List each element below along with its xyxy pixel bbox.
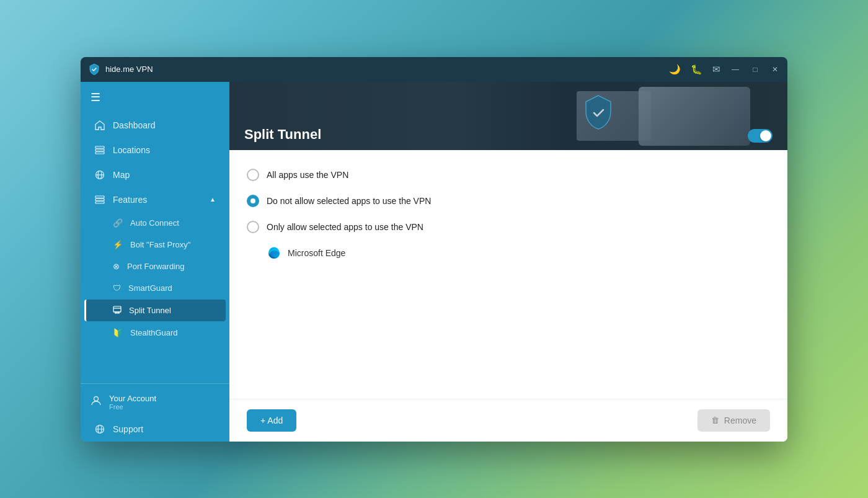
add-button[interactable]: + Add [247,409,296,432]
main-body: All apps use the VPN Do not allow select… [229,150,787,399]
radio-do-not-allow-label: Do not allow selected apps to use the VP… [267,196,431,206]
sidebar-dashboard-label: Dashboard [113,120,156,130]
sidebar-item-support[interactable]: Support [84,417,226,441]
sidebar-bottom: Your Account Free Support [81,383,229,442]
bolt-icon: ⚡ [113,240,123,249]
app-list: Microsoft Edge [267,242,770,264]
page-title: Split Tunnel [244,127,321,143]
sidebar-item-split-tunnel[interactable]: Split Tunnel [84,300,226,321]
radio-only-allow[interactable]: Only allow selected apps to use the VPN [247,217,770,237]
split-tunnel-icon [113,305,122,316]
toggle-knob [760,130,771,141]
night-mode-icon[interactable]: 🌙 [669,64,681,75]
remove-button[interactable]: 🗑 Remove [698,409,770,432]
main-header: Split Tunnel [229,82,787,150]
main-content: Split Tunnel All apps use the VPN Do not… [229,82,787,442]
home-icon [94,120,105,131]
sidebar: ☰ Dashboard Loc [81,82,229,442]
sidebar-map-label: Map [113,170,130,180]
radio-only-allow-label: Only allow selected apps to use the VPN [267,222,423,232]
list-item: Microsoft Edge [267,242,770,264]
radio-all-apps-circle [247,169,259,181]
app-title: hide.me VPN [105,64,153,74]
app-item-name: Microsoft Edge [288,248,345,258]
svg-rect-9 [113,306,121,312]
header-device-1 [639,87,750,146]
locations-icon [94,145,105,156]
account-text: Your Account Free [109,394,156,411]
sidebar-item-port-forwarding[interactable]: ⊗ Port Forwarding [84,256,226,277]
bolt-proxy-label: Bolt "Fast Proxy" [130,240,190,249]
header-shield [583,94,614,134]
svg-rect-1 [95,149,104,151]
account-plan: Free [109,403,156,411]
sidebar-item-map[interactable]: Map [84,163,226,187]
svg-rect-2 [95,152,104,154]
sidebar-item-locations[interactable]: Locations [84,138,226,162]
sidebar-features-header[interactable]: Features ▲ [84,188,226,211]
app-logo-icon [88,63,100,76]
close-button[interactable]: ✕ [770,65,780,74]
bug-report-icon[interactable]: 🐛 [691,64,702,75]
main-footer: + Add 🗑 Remove [229,399,787,442]
sidebar-item-dashboard[interactable]: Dashboard [84,113,226,137]
mail-icon[interactable]: ✉ [712,64,720,75]
feature-toggle[interactable] [748,129,773,143]
link-icon: 🔗 [113,218,123,228]
features-label: Features [113,195,147,205]
port-icon: ⊗ [113,262,120,271]
map-globe-icon [94,169,105,180]
app-window: hide.me VPN 🌙 🐛 ✉ — □ ✕ ☰ Dashboard [81,57,787,442]
support-icon [94,424,105,435]
smartguard-label: SmartGuard [128,283,172,293]
chevron-up-icon: ▲ [210,196,216,203]
app-body: ☰ Dashboard Loc [81,82,787,442]
smartguard-icon: 🛡 [113,283,121,293]
svg-rect-8 [95,202,104,203]
radio-all-apps-label: All apps use the VPN [267,170,348,180]
svg-rect-7 [95,198,104,200]
title-bar-controls: 🌙 🐛 ✉ — □ ✕ [669,64,780,75]
title-bar-logo: hide.me VPN [88,63,669,76]
account-name: Your Account [109,394,156,403]
svg-point-15 [94,397,99,401]
radio-all-apps[interactable]: All apps use the VPN [247,165,770,185]
sidebar-item-stealthguard[interactable]: 🔰 StealthGuard [84,322,226,343]
hamburger-menu[interactable]: ☰ [81,82,229,113]
sidebar-item-smartguard[interactable]: 🛡 SmartGuard [84,278,226,298]
features-header-left: Features [94,194,147,205]
svg-rect-0 [95,146,104,148]
support-label: Support [113,424,143,434]
sidebar-item-account[interactable]: Your Account Free [81,388,229,417]
stealthguard-label: StealthGuard [130,328,178,337]
sidebar-locations-label: Locations [113,145,150,155]
edge-app-icon [267,246,281,260]
stealthguard-icon: 🔰 [113,328,123,337]
remove-label: Remove [724,416,756,425]
auto-connect-label: Auto Connect [130,218,179,228]
radio-only-allow-circle [247,221,259,233]
minimize-button[interactable]: — [730,65,740,74]
sidebar-item-bolt-proxy[interactable]: ⚡ Bolt "Fast Proxy" [84,234,226,255]
features-icon [94,194,105,205]
maximize-button[interactable]: □ [750,65,760,74]
sidebar-item-auto-connect[interactable]: 🔗 Auto Connect [84,213,226,233]
split-tunnel-label: Split Tunnel [129,306,171,315]
trash-icon: 🗑 [711,416,719,425]
user-icon [91,395,102,409]
svg-rect-6 [95,196,104,198]
radio-do-not-allow-circle [247,195,259,207]
title-bar: hide.me VPN 🌙 🐛 ✉ — □ ✕ [81,57,787,82]
radio-do-not-allow[interactable]: Do not allow selected apps to use the VP… [247,191,770,211]
port-forwarding-label: Port Forwarding [127,262,184,271]
